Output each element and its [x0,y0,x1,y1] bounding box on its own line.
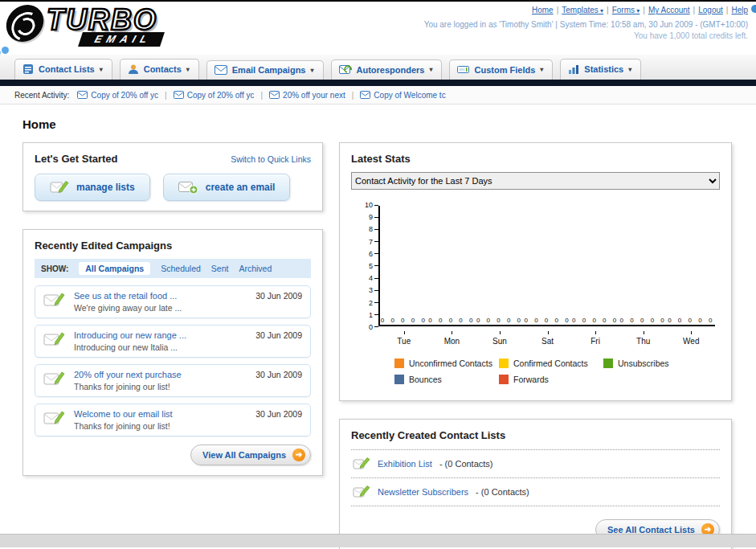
nav-tab-label: Statistics [584,64,623,74]
x-tick-label: Tue [380,331,428,346]
stats-activity-select[interactable]: Contact Activity for the Last 7 Days [351,172,720,190]
y-tick: 2 [369,299,378,307]
footer-bar [0,534,756,547]
page: TURBO EMAIL Home|Templates|Forms|My Acco… [0,0,756,549]
contact-list-name-link[interactable]: Exhibition List [378,459,432,469]
recent-activity-item[interactable]: 20% off your next [269,91,345,100]
envelope-icon [360,91,370,99]
recent-activity-item[interactable]: Copy of 20% off yc [174,91,255,100]
campaign-date: 30 Jun 2009 [255,370,302,379]
pencil-list-icon [353,457,370,471]
nav-divider-bar [0,80,756,86]
campaign-list-item[interactable]: 20% off your next purchase Thanks for jo… [35,364,311,397]
header: TURBO EMAIL Home|Templates|Forms|My Acco… [0,2,756,55]
x-tick-label: Sun [476,331,524,346]
link-separator: | [643,6,645,14]
recent-activity-item[interactable]: Copy of Welcome tc [360,91,445,100]
legend-item: Confirmed Contacts [499,358,603,368]
y-tick: 8 [369,225,378,233]
bar-value-labels: 0 0 0 0 0 [524,317,572,324]
link-separator: | [726,6,729,14]
header-link-home[interactable]: Home [532,6,554,14]
header-link-forms[interactable]: Forms [612,6,640,14]
nav-tab-label: Contacts [144,64,182,74]
chart-legend: Unconfirmed ContactsConfirmed ContactsUn… [394,358,715,384]
nav-tab-email-campaigns[interactable]: Email Campaigns▾ [206,60,324,80]
legend-item: Unconfirmed Contacts [394,358,499,368]
contact-list-item[interactable]: Newsletter Subscribers - (0 Contacts) [351,477,720,506]
y-tick: 3 [369,286,378,294]
y-tick: 10 [365,201,378,209]
legend-swatch [499,358,509,368]
activity-separator: | [260,91,263,100]
manage-lists-button[interactable]: manage lists [35,174,150,201]
latest-stats-title: Latest Stats [351,153,720,165]
recent-activity-text: Copy of 20% off yc [187,91,255,100]
envelope-plus-icon [178,181,198,195]
tab-archived[interactable]: Archived [239,264,272,273]
chevron-down-icon: ▾ [429,66,432,73]
campaign-list-item[interactable]: Introducing our new range ... Introducin… [35,325,311,358]
tab-scheduled[interactable]: Scheduled [161,264,201,273]
envelope-icon [269,91,280,99]
email-campaigns-icon [215,65,227,75]
y-tick: 1 [369,311,378,319]
activity-separator: | [165,91,167,100]
campaign-subtitle: Thanks for joining our list! [74,382,247,391]
campaigns-filter-bar: SHOW: All Campaigns Scheduled Sent Archi… [35,259,311,278]
header-link-templates[interactable]: Templates [562,6,603,14]
campaign-list-item[interactable]: See us at the retail food ... We're givi… [35,285,311,318]
create-email-label: create an email [206,182,276,193]
campaign-title-link[interactable]: Welcome to our email list [74,409,247,419]
contact-list-item[interactable]: Exhibition List - (0 Contacts) [351,449,720,477]
contact-list-name-link[interactable]: Newsletter Subscribers [378,487,468,497]
campaign-subtitle: Thanks for joining our list! [74,421,247,431]
nav-tab-custom-fields[interactable]: Custom Fields▾ [449,59,553,80]
contact-activity-chart: 109876543210 0 0 0 0 00 0 0 0 00 0 0 0 0… [351,206,720,384]
nav-tab-label: Custom Fields [474,65,535,75]
chevron-down-icon: ▾ [628,66,631,73]
view-all-campaigns-label: View All Campaigns [202,450,286,460]
legend-row-2: BouncesForwards [394,375,715,384]
nav-tab-label: Email Campaigns [232,65,306,75]
view-all-campaigns-button[interactable]: View All Campaigns ➜ [190,445,311,465]
legend-swatch [394,358,404,368]
nav-tab-contacts[interactable]: Contacts▾ [120,59,199,80]
switch-quick-links-link[interactable]: Switch to Quick Links [231,154,311,164]
campaign-title-link[interactable]: Introducing our new range ... [74,330,247,340]
campaign-subtitle: We're giving away our late ... [74,303,247,313]
recent-activity-label: Recent Activity: [14,91,69,100]
get-started-title: Let's Get Started [35,153,118,165]
contact-list-detail: - (0 Contacts) [476,487,529,497]
header-link-help[interactable]: Help [731,6,748,14]
credits-info-text: You have 1,000 total credits left. [424,31,748,40]
campaigns-title: Recently Edited Campaigns [35,240,311,252]
nav-tab-label: Contact Lists [39,64,95,74]
campaign-list-item[interactable]: Welcome to our email list Thanks for joi… [35,404,311,436]
create-email-button[interactable]: create an email [163,174,291,201]
legend-swatch [603,358,613,368]
envelope-icon [77,91,88,99]
header-link-logout[interactable]: Logout [698,6,723,14]
bar-value-labels: 0 0 0 0 0 [571,317,619,324]
recent-activity-item[interactable]: Copy of 20% off yc [77,91,158,100]
y-tick: 4 [369,274,378,282]
recent-activity-text: Copy of Welcome tc [374,91,445,100]
nav-tab-autoresponders[interactable]: Autoresponders▾ [331,59,443,80]
get-started-panel: Let's Get Started Switch to Quick Links … [22,142,323,211]
contact-lists-panel: Recently Created Contact Lists Exhibitio… [339,419,732,549]
logo-primary-text: TURBO [47,5,157,35]
nav-tab-contact-lists[interactable]: Contact Lists▾ [14,59,112,80]
page-title: Home [22,117,732,131]
custom-fields-icon [457,64,469,75]
tab-all-campaigns[interactable]: All Campaigns [79,262,150,275]
campaign-title-link[interactable]: See us at the retail food ... [74,291,247,301]
header-link-my-account[interactable]: My Account [648,6,690,14]
manage-lists-label: manage lists [76,182,135,193]
x-tick-label: Thu [619,331,668,346]
decoration-dot-right [751,5,756,13]
legend-label: Bounces [409,375,442,384]
campaign-title-link[interactable]: 20% off your next purchase [74,370,247,379]
nav-tab-statistics[interactable]: Statistics▾ [560,59,641,80]
tab-sent[interactable]: Sent [211,264,229,273]
